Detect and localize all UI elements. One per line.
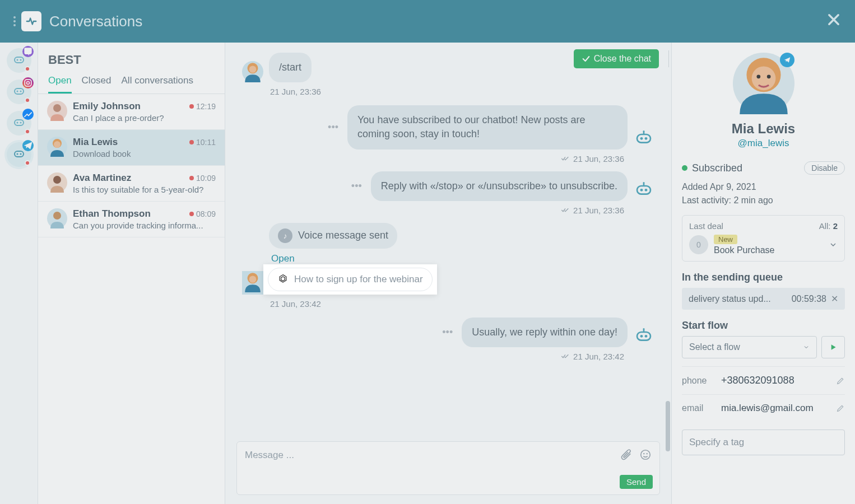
svg-point-44: [756, 74, 760, 78]
svg-point-17: [53, 176, 61, 184]
chat-panel: Close the chat /start 21 Jun, 23:36 ••• …: [225, 43, 671, 504]
time-label: 08:09: [189, 209, 216, 218]
svg-point-40: [647, 453, 648, 454]
disable-button[interactable]: Disable: [804, 161, 845, 175]
phone-label: phone: [682, 376, 721, 386]
voice-label: Voice message sent: [298, 230, 388, 241]
more-icon[interactable]: •••: [351, 180, 362, 192]
message-preview: Download book: [73, 149, 216, 158]
timestamp: 21 Jun, 23:42: [270, 299, 654, 309]
tag-input[interactable]: Specify a tag: [682, 430, 845, 455]
contact-sidepanel: Mia Lewis @mia_lewis Subscribed Disable …: [671, 43, 855, 504]
time-label: 10:11: [189, 138, 216, 147]
timestamp: 21 Jun, 23:36: [270, 87, 654, 96]
message-composer: Send: [236, 441, 660, 495]
rail-channel-instagram[interactable]: [7, 80, 31, 104]
email-row: email mia.lewis@gmail.com: [682, 394, 845, 422]
voice-message[interactable]: ♪ Voice message sent: [269, 223, 397, 249]
rail-channel-viber[interactable]: [7, 48, 31, 73]
contact-name: Emily Johnson: [73, 101, 141, 112]
tab-open[interactable]: Open: [48, 75, 72, 94]
svg-point-9: [16, 122, 18, 124]
avatar: [47, 137, 67, 157]
read-check-icon: [561, 353, 570, 359]
svg-rect-6: [25, 80, 31, 86]
close-icon[interactable]: [826, 12, 842, 31]
flow-select[interactable]: Select a flow: [682, 336, 817, 358]
avatar: [47, 172, 67, 193]
timestamp: 21 Jun, 23:36: [242, 154, 624, 164]
message-row-bot: ••• Reply with «/stop» or «/unsubscribe»…: [242, 171, 654, 201]
time-label: 12:19: [189, 102, 216, 111]
timestamp: 21 Jun, 23:42: [242, 352, 624, 361]
svg-point-7: [26, 82, 29, 85]
time-label: 10:09: [189, 174, 216, 183]
conversation-item[interactable]: Ava Martinez10:09 Is this toy suitable f…: [38, 166, 225, 202]
remove-icon[interactable]: ✕: [831, 293, 838, 304]
telegram-badge-icon: [22, 140, 34, 151]
unread-dot-icon: [25, 66, 30, 72]
message-row-bot: ••• You have subscribed to our chatbot! …: [242, 105, 654, 149]
conversation-item[interactable]: Mia Lewis10:11 Download book: [38, 130, 225, 166]
chevron-down-icon[interactable]: [829, 240, 838, 249]
svg-point-18: [53, 212, 61, 220]
svg-point-14: [53, 104, 61, 112]
main-layout: BEST Open Closed All conversations Emily…: [0, 43, 855, 504]
unread-dot-icon: [25, 160, 30, 166]
avatar: [242, 271, 263, 295]
more-icon[interactable]: •••: [328, 122, 338, 133]
edit-icon[interactable]: [836, 404, 845, 413]
svg-rect-26: [637, 186, 650, 194]
tab-all[interactable]: All conversations: [122, 75, 194, 94]
messenger-badge-icon: [22, 109, 34, 120]
svg-rect-33: [637, 332, 650, 340]
message-bubble: Reply with «/stop» or «/unsubscribe» to …: [371, 171, 628, 201]
rail-channel-telegram[interactable]: [7, 142, 31, 167]
timestamp: 21 Jun, 23:36: [242, 206, 624, 215]
svg-point-39: [643, 453, 644, 454]
svg-point-28: [645, 189, 648, 192]
edit-icon[interactable]: [836, 376, 845, 385]
open-link[interactable]: Open: [271, 253, 295, 264]
conversation-item[interactable]: Emily Johnson12:19 Can I place a pre-ord…: [38, 94, 225, 130]
attachment-icon[interactable]: [620, 449, 633, 461]
deal-currency-icon: 0: [689, 235, 708, 254]
read-check-icon: [561, 207, 570, 213]
send-button[interactable]: Send: [620, 475, 653, 489]
gpt-transcription-card: How to sign up for the webinar: [263, 264, 437, 295]
vertical-divider: [668, 50, 669, 67]
svg-point-13: [20, 153, 21, 155]
svg-rect-21: [637, 134, 650, 143]
read-check-icon: [561, 156, 570, 161]
close-chat-button[interactable]: Close the chat: [574, 49, 659, 68]
deal-card[interactable]: Last dealAll: 2 0 New Book Purchase: [682, 215, 845, 262]
queue-timer: 00:59:38: [792, 294, 826, 304]
scrollbar-thumb[interactable]: [666, 401, 670, 451]
svg-point-45: [766, 74, 770, 78]
gpt-text: How to sign up for the webinar: [294, 274, 423, 285]
queue-item[interactable]: delivery status upd... 00:59:38✕: [682, 288, 845, 310]
added-info: Added Apr 9, 2021: [682, 180, 845, 194]
contact-username[interactable]: @mia_lewis: [682, 138, 845, 149]
email-value: mia.lewis@gmail.com: [721, 403, 836, 414]
deal-status-badge: New: [714, 235, 737, 244]
svg-point-38: [641, 450, 650, 460]
drag-handle-icon[interactable]: [13, 16, 16, 26]
list-tabs: Open Closed All conversations: [38, 75, 225, 94]
queue-title: In the sending queue: [682, 272, 845, 283]
contact-name: Ava Martinez: [73, 172, 131, 184]
conversation-item[interactable]: Ethan Thompson08:09 Can you provide trac…: [38, 202, 225, 237]
message-input[interactable]: [245, 450, 607, 461]
message-preview: Can you provide tracking informa...: [73, 221, 216, 230]
deal-title: Book Purchase: [714, 245, 823, 255]
emoji-icon[interactable]: [639, 449, 652, 461]
rail-channel-messenger[interactable]: [7, 111, 31, 136]
check-icon: [582, 54, 591, 63]
tab-closed[interactable]: Closed: [82, 75, 111, 94]
svg-point-5: [20, 91, 21, 92]
message-bubble: /start: [269, 53, 312, 82]
run-flow-button[interactable]: [821, 336, 845, 358]
telegram-badge-icon: [780, 53, 794, 67]
more-icon[interactable]: •••: [442, 326, 453, 338]
svg-point-32: [249, 276, 257, 283]
